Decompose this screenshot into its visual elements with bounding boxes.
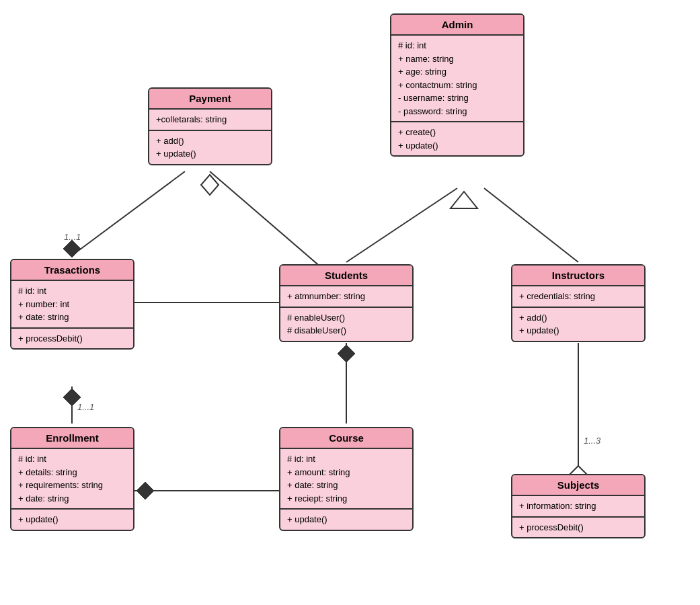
enrollment-title: Enrollment (11, 428, 133, 449)
course-methods: + update() (280, 510, 412, 530)
transactions-methods: + processDebit() (11, 329, 133, 349)
payment-methods: + add() + update() (149, 131, 271, 164)
instructors-attributes: + credentials: string (512, 286, 644, 308)
svg-marker-6 (63, 240, 81, 257)
class-subjects: Subjects + information: string + process… (511, 474, 646, 538)
admin-methods: + create() + update() (391, 122, 523, 155)
svg-marker-4 (201, 175, 219, 195)
enrollment-attributes: # id: int + details: string + requiremen… (11, 449, 133, 510)
admin-title: Admin (391, 15, 523, 36)
class-instructors: Instructors + credentials: string + add(… (511, 264, 646, 342)
students-attributes: + atmnumber: string (280, 286, 412, 308)
uml-diagram: 1...1 1...1 1...3 Admin # id: int + name… (0, 0, 700, 605)
transactions-title: Trasactions (11, 260, 133, 281)
admin-attributes: # id: int + name: string + age: string +… (391, 36, 523, 122)
transactions-attributes: # id: int + number: int + date: string (11, 281, 133, 329)
label-trans-payment: 1...1 (64, 232, 81, 242)
class-enrollment: Enrollment # id: int + details: string +… (10, 427, 134, 531)
svg-marker-13 (137, 482, 154, 499)
students-title: Students (280, 266, 412, 286)
svg-marker-2 (451, 192, 477, 208)
students-methods: # enableUser() # disableUser() (280, 308, 412, 341)
enrollment-methods: + update() (11, 510, 133, 530)
label-instructors-subjects: 1...3 (584, 436, 600, 446)
svg-line-5 (72, 171, 185, 255)
class-transactions: Trasactions # id: int + number: int + da… (10, 259, 134, 350)
instructors-title: Instructors (512, 266, 644, 286)
class-payment: Payment +colletarals: string + add() + u… (148, 87, 272, 165)
instructors-methods: + add() + update() (512, 308, 644, 341)
subjects-title: Subjects (512, 475, 644, 496)
svg-marker-9 (338, 345, 355, 362)
class-students: Students + atmnumber: string # enableUse… (279, 264, 414, 342)
course-title: Course (280, 428, 412, 449)
svg-line-1 (484, 188, 578, 262)
class-admin: Admin # id: int + name: string + age: st… (390, 13, 524, 157)
payment-attributes: +colletarals: string (149, 110, 271, 131)
svg-line-0 (346, 188, 457, 262)
label-trans-enrollment: 1...1 (77, 402, 94, 412)
subjects-methods: + processDebit() (512, 518, 644, 538)
subjects-attributes: + information: string (512, 496, 644, 518)
course-attributes: # id: int + amount: string + date: strin… (280, 449, 412, 510)
class-course: Course # id: int + amount: string + date… (279, 427, 414, 531)
payment-title: Payment (149, 89, 271, 110)
